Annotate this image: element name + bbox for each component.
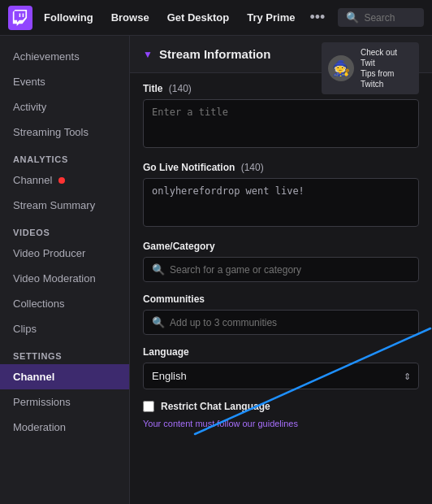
sidebar-item-label: Clips (13, 323, 37, 335)
sidebar-item-label: Streaming Tools (13, 126, 89, 138)
go-live-count: (140) (241, 162, 264, 173)
game-category-search-field[interactable]: 🔍 (143, 257, 419, 282)
go-live-label: Go Live Notification (140) (143, 162, 419, 173)
notification-card[interactable]: 🧙 Check out Twit Tips from Twitch (322, 42, 419, 94)
sidebar-item-video-producer[interactable]: Video Producer (0, 241, 129, 266)
title-input[interactable] (143, 99, 419, 148)
restrict-chat-row: Restrict Chat Language (143, 401, 419, 412)
communities-input[interactable] (170, 317, 410, 328)
sidebar-item-clips[interactable]: Clips (0, 316, 129, 341)
search-bar[interactable]: 🔍 (338, 8, 424, 27)
notification-subtitle: Tips from Twitch (361, 68, 413, 89)
sidebar-item-label: Video Moderation (13, 272, 96, 285)
sidebar-item-streaming-tools[interactable]: Streaming Tools (0, 119, 129, 145)
go-live-input[interactable]: onlyherefordrop went live! (143, 178, 419, 227)
sidebar-item-collections[interactable]: Collections (0, 291, 129, 316)
language-group: Language English Spanish French German P… (143, 346, 419, 389)
guidelines-text: Your content must follow our guidelines (143, 419, 419, 428)
search-icon: 🔍 (346, 11, 359, 24)
search-input[interactable] (364, 12, 429, 24)
settings-section-label: SETTINGS (0, 341, 129, 364)
sidebar-item-events[interactable]: Events (0, 69, 129, 94)
main-layout: Achievements Events Activity Streaming T… (0, 36, 432, 504)
collapse-arrow-icon[interactable]: ▼ (143, 49, 153, 60)
stream-info-header: ▼ Stream Information 🧙 Check out Twit Ti… (130, 36, 432, 73)
language-label: Language (143, 346, 419, 358)
notification-avatar: 🧙 (328, 55, 354, 81)
channel-badge (58, 177, 65, 184)
search-icon: 🔍 (152, 263, 165, 276)
sidebar-item-label: Channel (13, 174, 52, 186)
language-select-wrapper: English Spanish French German Portuguese… (143, 363, 419, 389)
sidebar-item-label: Achievements (13, 50, 80, 63)
game-category-input[interactable] (170, 264, 410, 276)
following-link[interactable]: Following (37, 8, 100, 27)
more-options-button[interactable]: ••• (306, 9, 328, 26)
game-category-label: Game/Category (143, 241, 419, 252)
sidebar-item-label: Stream Summary (13, 199, 95, 211)
sidebar-item-activity[interactable]: Activity (0, 94, 129, 119)
videos-section-label: VIDEOS (0, 218, 129, 241)
sidebar-item-video-moderation[interactable]: Video Moderation (0, 266, 129, 291)
main-content-area: ▼ Stream Information 🧙 Check out Twit Ti… (130, 36, 432, 504)
sidebar-item-moderation[interactable]: Moderation (0, 415, 129, 440)
sidebar: Achievements Events Activity Streaming T… (0, 36, 130, 504)
communities-label: Communities (143, 293, 419, 305)
sidebar-item-label: Permissions (13, 396, 71, 408)
go-live-notification-group: Go Live Notification (140) onlyherefordr… (143, 162, 419, 229)
get-desktop-link[interactable]: Get Desktop (161, 8, 236, 27)
sidebar-item-permissions[interactable]: Permissions (0, 389, 129, 415)
notification-title: Check out Twit (361, 47, 413, 68)
twitch-logo[interactable] (8, 6, 32, 30)
sidebar-item-label: Channel (13, 371, 54, 383)
try-prime-link[interactable]: Try Prime (240, 8, 301, 27)
sidebar-item-label: Video Producer (13, 247, 85, 259)
communities-search-field[interactable]: 🔍 (143, 310, 419, 335)
sidebar-item-stream-summary[interactable]: Stream Summary (0, 193, 129, 218)
title-count: (140) (169, 83, 192, 94)
top-navigation: Following Browse Get Desktop Try Prime •… (0, 0, 432, 36)
sidebar-item-label: Moderation (13, 421, 66, 433)
game-category-group: Game/Category 🔍 (143, 241, 419, 282)
restrict-chat-checkbox[interactable] (143, 401, 154, 412)
sidebar-item-label: Collections (13, 298, 65, 310)
language-select[interactable]: English Spanish French German Portuguese… (143, 363, 419, 389)
stream-form: Title (140) Go Live Notification (140) o… (130, 73, 432, 438)
stream-info-title: Stream Information (159, 47, 271, 61)
communities-group: Communities 🔍 (143, 293, 419, 335)
sidebar-item-achievements[interactable]: Achievements (0, 44, 129, 69)
sidebar-item-channel-analytics[interactable]: Channel (0, 167, 129, 193)
notification-content: Check out Twit Tips from Twitch (361, 47, 413, 89)
restrict-chat-label: Restrict Chat Language (161, 401, 270, 412)
analytics-section-label: ANALYTICS (0, 145, 129, 167)
search-icon: 🔍 (152, 316, 165, 328)
sidebar-item-label: Events (13, 76, 45, 88)
sidebar-item-label: Activity (13, 101, 46, 113)
browse-link[interactable]: Browse (105, 8, 156, 27)
sidebar-item-channel-settings[interactable]: Channel (0, 364, 129, 389)
